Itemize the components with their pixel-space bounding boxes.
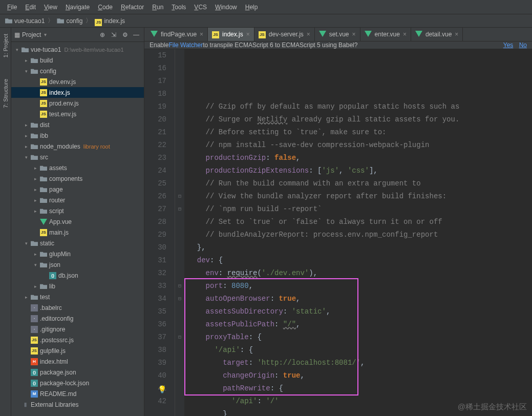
tree-node[interactable]: dist bbox=[11, 119, 144, 130]
tree-node[interactable]: MREADME.md bbox=[11, 388, 144, 399]
code-line[interactable]: // Surge or Netlify already gzip all sta… bbox=[188, 113, 532, 126]
tree-node[interactable]: script bbox=[11, 205, 144, 216]
toolwindow-tab-structure[interactable]: 7: Structure bbox=[2, 76, 10, 111]
tree-node[interactable]: json bbox=[11, 259, 144, 270]
collapse-all-icon[interactable]: ⇲ bbox=[109, 30, 118, 39]
tree-node[interactable]: JS.postcssrc.js bbox=[11, 335, 144, 345]
tree-node[interactable]: {}package.json bbox=[11, 367, 144, 378]
code-line[interactable]: port: 8080, bbox=[188, 280, 532, 293]
tree-node[interactable]: ibb bbox=[11, 130, 144, 141]
tree-node[interactable]: JSdev.env.js bbox=[11, 76, 144, 87]
code-line[interactable]: }, bbox=[188, 241, 532, 254]
toolwindow-stripe-left: 1: Project 7: Structure bbox=[0, 28, 11, 416]
code-line[interactable]: // bundleAnalyzerReport: process.env.npm… bbox=[188, 228, 532, 241]
tree-node[interactable]: vue-tucao1D:\web-item\vue-tucao1 bbox=[11, 44, 144, 55]
code-line[interactable]: proxyTable: { bbox=[188, 331, 532, 344]
menu-window[interactable]: Window bbox=[211, 2, 241, 13]
close-icon[interactable]: × bbox=[200, 31, 203, 38]
project-tree[interactable]: vue-tucao1D:\web-item\vue-tucao1buildcon… bbox=[11, 42, 144, 416]
tree-node[interactable]: build bbox=[11, 55, 144, 66]
code-line[interactable]: // Before setting to `true`, make sure t… bbox=[188, 126, 532, 139]
code-line[interactable]: pathRewrite: { bbox=[188, 382, 532, 395]
close-icon[interactable]: × bbox=[403, 31, 407, 38]
tree-node[interactable]: {}package-lock.json bbox=[11, 378, 144, 388]
menu-file[interactable]: File bbox=[3, 2, 21, 13]
code-line[interactable]: '/api': { bbox=[188, 344, 532, 357]
tree-node[interactable]: components bbox=[11, 173, 144, 184]
tree-node[interactable]: test bbox=[11, 292, 144, 302]
code-line[interactable]: // View the bundle analyzer report after… bbox=[188, 190, 532, 203]
locate-icon[interactable]: ⊕ bbox=[98, 30, 107, 39]
tree-node[interactable]: ⫴External Libraries bbox=[11, 399, 144, 410]
tree-node[interactable]: node_moduleslibrary root bbox=[11, 141, 144, 152]
tree-node[interactable]: JSgulpfile.js bbox=[11, 345, 144, 356]
code-line[interactable]: assetsPublicPath: "/", bbox=[188, 318, 532, 331]
code-line[interactable]: // Set to `true` or `false` to always tu… bbox=[188, 216, 532, 228]
menu-vcs[interactable]: VCS bbox=[190, 2, 211, 13]
code-line[interactable]: productionGzipExtensions: ['js', 'css'], bbox=[188, 164, 532, 177]
close-icon[interactable]: × bbox=[246, 31, 250, 38]
tree-node[interactable]: JSindex.js bbox=[11, 87, 144, 98]
tree-node[interactable]: glupMin bbox=[11, 248, 144, 259]
code-line[interactable]: productionGzip: false, bbox=[188, 152, 532, 164]
menu-code[interactable]: Code bbox=[94, 2, 117, 13]
tree-node[interactable]: JSprod.env.js bbox=[11, 98, 144, 109]
code-editor[interactable]: 1516171819202122232425262728293031323334… bbox=[144, 49, 532, 416]
code-line[interactable]: // Run the build command with an extra a… bbox=[188, 177, 532, 190]
menu-tools[interactable]: Tools bbox=[167, 2, 190, 13]
tree-node[interactable]: src bbox=[11, 152, 144, 162]
tree-node[interactable]: {}db.json bbox=[11, 270, 144, 281]
tree-node[interactable]: config bbox=[11, 66, 144, 76]
project-dropdown-icon[interactable]: ▾ bbox=[44, 32, 47, 37]
code-line[interactable]: autoOpenBrowser: true, bbox=[188, 293, 532, 305]
menu-view[interactable]: View bbox=[40, 2, 61, 13]
settings-gear-icon[interactable]: ⚙ bbox=[120, 30, 130, 39]
breadcrumb-item[interactable]: config bbox=[56, 17, 83, 25]
menu-run[interactable]: Run bbox=[148, 2, 167, 13]
tree-node[interactable]: JStest.env.js bbox=[11, 109, 144, 119]
notice-no-link[interactable]: No bbox=[519, 41, 527, 49]
tree-node[interactable]: ·.babelrc bbox=[11, 302, 144, 313]
menu-refactor[interactable]: Refactor bbox=[117, 2, 148, 13]
notice-yes-link[interactable]: Yes bbox=[503, 41, 514, 49]
tree-node[interactable]: static bbox=[11, 238, 144, 248]
tree-node[interactable]: assets bbox=[11, 162, 144, 173]
code-line[interactable]: env: require('./dev.env'), bbox=[188, 267, 532, 280]
code-line[interactable]: changeOrigin: true, bbox=[188, 369, 532, 382]
code-line[interactable]: // Gzip off by default as many popular s… bbox=[188, 100, 532, 113]
project-panel-title: Project bbox=[22, 31, 41, 38]
editor-tab[interactable]: JSindex.js× bbox=[208, 28, 254, 41]
breadcrumb-item[interactable]: JSindex.js bbox=[94, 17, 126, 25]
tree-node[interactable]: router bbox=[11, 195, 144, 205]
close-icon[interactable]: × bbox=[352, 31, 356, 38]
code-line[interactable]: dev: { bbox=[188, 254, 532, 267]
tree-node[interactable]: lib bbox=[11, 281, 144, 292]
tree-node[interactable]: ·.gitignore bbox=[11, 324, 144, 335]
close-icon[interactable]: × bbox=[455, 31, 458, 38]
breadcrumb-item[interactable]: vue-tucao1 bbox=[4, 17, 46, 25]
tree-node[interactable]: Hindex.html bbox=[11, 356, 144, 367]
menu-navigate[interactable]: Navigate bbox=[61, 2, 94, 13]
hide-panel-icon[interactable]: — bbox=[132, 30, 141, 39]
code-line[interactable]: target: 'http://localhost:8081/', bbox=[188, 357, 532, 369]
editor-tab[interactable]: enter.vue× bbox=[360, 28, 411, 41]
tree-node[interactable]: page bbox=[11, 184, 144, 195]
editor-tab[interactable]: detail.vue× bbox=[411, 28, 463, 41]
code-line[interactable]: // npm install --save-dev compression-we… bbox=[188, 139, 532, 152]
toolwindow-tab-project[interactable]: 1: Project bbox=[2, 31, 10, 60]
tree-node[interactable]: App.vue bbox=[11, 216, 144, 227]
fold-gutter: ⊟⊟⊟⊟⊟ bbox=[175, 49, 184, 416]
file-watcher-link[interactable]: File Watcher bbox=[168, 41, 203, 49]
code-line[interactable]: // `npm run build --report` bbox=[188, 203, 532, 216]
intention-bulb-icon[interactable]: 💡 bbox=[158, 384, 166, 397]
menu-help[interactable]: Help bbox=[241, 2, 262, 13]
tree-node[interactable]: ·.editorconfig bbox=[11, 313, 144, 324]
editor-tab[interactable]: JSdev-server.js× bbox=[254, 28, 315, 41]
breadcrumb: vue-tucao1〉config〉JSindex.js bbox=[0, 14, 532, 28]
code-line[interactable]: assetsSubDirectory: 'static', bbox=[188, 305, 532, 318]
tree-node[interactable]: JSmain.js bbox=[11, 227, 144, 238]
editor-tab[interactable]: set.vue× bbox=[315, 28, 360, 41]
close-icon[interactable]: × bbox=[307, 31, 310, 38]
menu-edit[interactable]: Edit bbox=[21, 2, 40, 13]
editor-tab[interactable]: findPage.vue× bbox=[146, 28, 208, 41]
